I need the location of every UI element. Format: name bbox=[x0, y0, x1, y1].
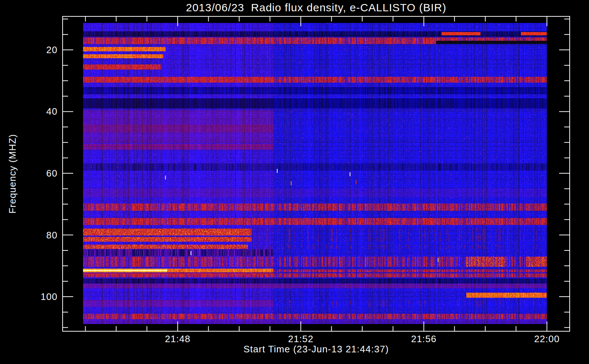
spectrogram-screen: 2013/06/23 Radio flux density, e-CALLIST… bbox=[0, 0, 589, 364]
x-tick-label: 22:00 bbox=[521, 333, 572, 345]
y-tick-label: 60 bbox=[25, 168, 58, 179]
x-tick-label: 21:56 bbox=[398, 333, 449, 345]
y-tick-label: 20 bbox=[25, 44, 58, 56]
spectrogram-canvas bbox=[62, 16, 570, 332]
y-tick-label: 80 bbox=[25, 230, 58, 241]
x-tick-label: 21:52 bbox=[275, 333, 326, 345]
y-tick-label: 40 bbox=[25, 106, 58, 117]
x-tick-label: 21:48 bbox=[152, 333, 203, 345]
plot-title: 2013/06/23 Radio flux density, e-CALLIST… bbox=[62, 1, 570, 14]
y-tick-label: 100 bbox=[25, 291, 58, 302]
x-axis-label: Start Time (23-Jun-13 21:44:37) bbox=[62, 344, 570, 355]
y-axis-label: Frequency (MHZ) bbox=[7, 108, 18, 240]
